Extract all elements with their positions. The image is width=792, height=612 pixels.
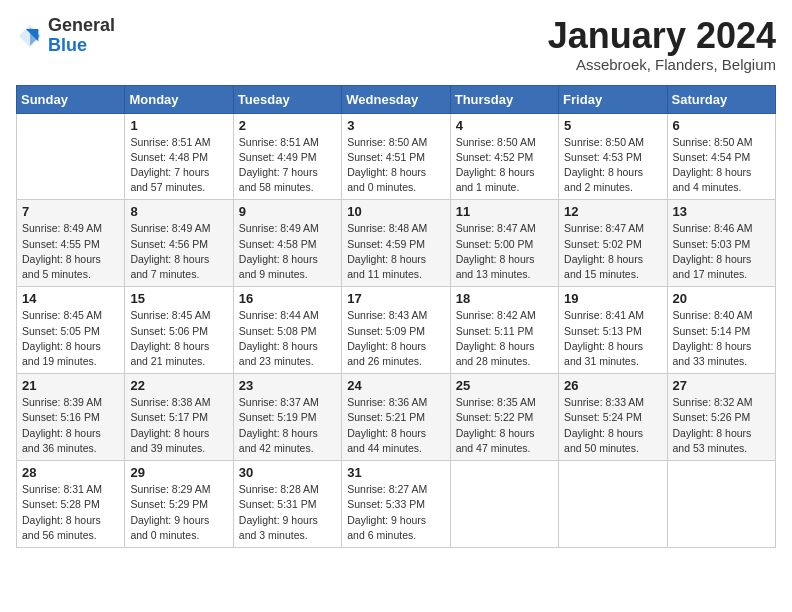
day-detail: Sunrise: 8:47 AMSunset: 5:00 PMDaylight:… xyxy=(456,221,553,282)
day-detail: Sunrise: 8:45 AMSunset: 5:05 PMDaylight:… xyxy=(22,308,119,369)
day-detail: Sunrise: 8:49 AMSunset: 4:58 PMDaylight:… xyxy=(239,221,336,282)
day-detail: Sunrise: 8:27 AMSunset: 5:33 PMDaylight:… xyxy=(347,482,444,543)
calendar-cell: 25Sunrise: 8:35 AMSunset: 5:22 PMDayligh… xyxy=(450,374,558,461)
calendar-week-2: 14Sunrise: 8:45 AMSunset: 5:05 PMDayligh… xyxy=(17,287,776,374)
day-number: 18 xyxy=(456,291,553,306)
day-number: 25 xyxy=(456,378,553,393)
calendar-title: January 2024 xyxy=(548,16,776,56)
day-number: 9 xyxy=(239,204,336,219)
calendar-cell: 5Sunrise: 8:50 AMSunset: 4:53 PMDaylight… xyxy=(559,113,667,200)
calendar-cell: 22Sunrise: 8:38 AMSunset: 5:17 PMDayligh… xyxy=(125,374,233,461)
day-number: 27 xyxy=(673,378,770,393)
day-number: 21 xyxy=(22,378,119,393)
page-header: General Blue January 2024 Assebroek, Fla… xyxy=(16,16,776,73)
calendar-cell: 26Sunrise: 8:33 AMSunset: 5:24 PMDayligh… xyxy=(559,374,667,461)
calendar-cell: 15Sunrise: 8:45 AMSunset: 5:06 PMDayligh… xyxy=(125,287,233,374)
calendar-cell: 24Sunrise: 8:36 AMSunset: 5:21 PMDayligh… xyxy=(342,374,450,461)
day-number: 15 xyxy=(130,291,227,306)
day-detail: Sunrise: 8:37 AMSunset: 5:19 PMDaylight:… xyxy=(239,395,336,456)
day-detail: Sunrise: 8:48 AMSunset: 4:59 PMDaylight:… xyxy=(347,221,444,282)
calendar-cell xyxy=(17,113,125,200)
header-friday: Friday xyxy=(559,85,667,113)
calendar-cell: 21Sunrise: 8:39 AMSunset: 5:16 PMDayligh… xyxy=(17,374,125,461)
day-number: 1 xyxy=(130,118,227,133)
calendar-cell: 13Sunrise: 8:46 AMSunset: 5:03 PMDayligh… xyxy=(667,200,775,287)
day-detail: Sunrise: 8:49 AMSunset: 4:56 PMDaylight:… xyxy=(130,221,227,282)
header-thursday: Thursday xyxy=(450,85,558,113)
day-detail: Sunrise: 8:41 AMSunset: 5:13 PMDaylight:… xyxy=(564,308,661,369)
day-number: 19 xyxy=(564,291,661,306)
calendar-cell: 7Sunrise: 8:49 AMSunset: 4:55 PMDaylight… xyxy=(17,200,125,287)
logo-icon xyxy=(16,22,44,50)
day-detail: Sunrise: 8:31 AMSunset: 5:28 PMDaylight:… xyxy=(22,482,119,543)
day-number: 24 xyxy=(347,378,444,393)
header-wednesday: Wednesday xyxy=(342,85,450,113)
calendar-cell: 17Sunrise: 8:43 AMSunset: 5:09 PMDayligh… xyxy=(342,287,450,374)
calendar-cell: 2Sunrise: 8:51 AMSunset: 4:49 PMDaylight… xyxy=(233,113,341,200)
day-number: 3 xyxy=(347,118,444,133)
calendar-table: Sunday Monday Tuesday Wednesday Thursday… xyxy=(16,85,776,548)
title-block: January 2024 Assebroek, Flanders, Belgiu… xyxy=(548,16,776,73)
day-detail: Sunrise: 8:40 AMSunset: 5:14 PMDaylight:… xyxy=(673,308,770,369)
calendar-cell: 10Sunrise: 8:48 AMSunset: 4:59 PMDayligh… xyxy=(342,200,450,287)
day-detail: Sunrise: 8:50 AMSunset: 4:51 PMDaylight:… xyxy=(347,135,444,196)
day-detail: Sunrise: 8:29 AMSunset: 5:29 PMDaylight:… xyxy=(130,482,227,543)
logo-text: General Blue xyxy=(48,16,115,56)
calendar-week-3: 21Sunrise: 8:39 AMSunset: 5:16 PMDayligh… xyxy=(17,374,776,461)
day-detail: Sunrise: 8:50 AMSunset: 4:52 PMDaylight:… xyxy=(456,135,553,196)
day-number: 28 xyxy=(22,465,119,480)
day-number: 2 xyxy=(239,118,336,133)
calendar-week-4: 28Sunrise: 8:31 AMSunset: 5:28 PMDayligh… xyxy=(17,461,776,548)
calendar-cell: 31Sunrise: 8:27 AMSunset: 5:33 PMDayligh… xyxy=(342,461,450,548)
day-number: 10 xyxy=(347,204,444,219)
day-detail: Sunrise: 8:46 AMSunset: 5:03 PMDaylight:… xyxy=(673,221,770,282)
calendar-subtitle: Assebroek, Flanders, Belgium xyxy=(548,56,776,73)
logo: General Blue xyxy=(16,16,115,56)
day-number: 17 xyxy=(347,291,444,306)
day-number: 7 xyxy=(22,204,119,219)
day-number: 4 xyxy=(456,118,553,133)
calendar-cell: 9Sunrise: 8:49 AMSunset: 4:58 PMDaylight… xyxy=(233,200,341,287)
header-saturday: Saturday xyxy=(667,85,775,113)
calendar-cell: 19Sunrise: 8:41 AMSunset: 5:13 PMDayligh… xyxy=(559,287,667,374)
header-monday: Monday xyxy=(125,85,233,113)
calendar-cell: 11Sunrise: 8:47 AMSunset: 5:00 PMDayligh… xyxy=(450,200,558,287)
day-number: 13 xyxy=(673,204,770,219)
calendar-cell xyxy=(450,461,558,548)
calendar-cell: 4Sunrise: 8:50 AMSunset: 4:52 PMDaylight… xyxy=(450,113,558,200)
calendar-cell: 18Sunrise: 8:42 AMSunset: 5:11 PMDayligh… xyxy=(450,287,558,374)
day-detail: Sunrise: 8:51 AMSunset: 4:48 PMDaylight:… xyxy=(130,135,227,196)
day-number: 31 xyxy=(347,465,444,480)
day-detail: Sunrise: 8:39 AMSunset: 5:16 PMDaylight:… xyxy=(22,395,119,456)
day-detail: Sunrise: 8:32 AMSunset: 5:26 PMDaylight:… xyxy=(673,395,770,456)
day-detail: Sunrise: 8:43 AMSunset: 5:09 PMDaylight:… xyxy=(347,308,444,369)
day-number: 5 xyxy=(564,118,661,133)
day-detail: Sunrise: 8:47 AMSunset: 5:02 PMDaylight:… xyxy=(564,221,661,282)
calendar-cell: 3Sunrise: 8:50 AMSunset: 4:51 PMDaylight… xyxy=(342,113,450,200)
calendar-cell: 28Sunrise: 8:31 AMSunset: 5:28 PMDayligh… xyxy=(17,461,125,548)
calendar-cell: 16Sunrise: 8:44 AMSunset: 5:08 PMDayligh… xyxy=(233,287,341,374)
day-number: 22 xyxy=(130,378,227,393)
day-number: 14 xyxy=(22,291,119,306)
day-number: 20 xyxy=(673,291,770,306)
calendar-cell: 29Sunrise: 8:29 AMSunset: 5:29 PMDayligh… xyxy=(125,461,233,548)
day-number: 6 xyxy=(673,118,770,133)
calendar-cell: 30Sunrise: 8:28 AMSunset: 5:31 PMDayligh… xyxy=(233,461,341,548)
calendar-cell: 20Sunrise: 8:40 AMSunset: 5:14 PMDayligh… xyxy=(667,287,775,374)
day-detail: Sunrise: 8:50 AMSunset: 4:53 PMDaylight:… xyxy=(564,135,661,196)
calendar-cell: 23Sunrise: 8:37 AMSunset: 5:19 PMDayligh… xyxy=(233,374,341,461)
header-sunday: Sunday xyxy=(17,85,125,113)
header-tuesday: Tuesday xyxy=(233,85,341,113)
day-number: 11 xyxy=(456,204,553,219)
day-detail: Sunrise: 8:51 AMSunset: 4:49 PMDaylight:… xyxy=(239,135,336,196)
calendar-cell: 6Sunrise: 8:50 AMSunset: 4:54 PMDaylight… xyxy=(667,113,775,200)
day-detail: Sunrise: 8:28 AMSunset: 5:31 PMDaylight:… xyxy=(239,482,336,543)
day-detail: Sunrise: 8:45 AMSunset: 5:06 PMDaylight:… xyxy=(130,308,227,369)
calendar-cell: 8Sunrise: 8:49 AMSunset: 4:56 PMDaylight… xyxy=(125,200,233,287)
day-number: 8 xyxy=(130,204,227,219)
day-detail: Sunrise: 8:50 AMSunset: 4:54 PMDaylight:… xyxy=(673,135,770,196)
day-number: 29 xyxy=(130,465,227,480)
calendar-week-0: 1Sunrise: 8:51 AMSunset: 4:48 PMDaylight… xyxy=(17,113,776,200)
day-detail: Sunrise: 8:44 AMSunset: 5:08 PMDaylight:… xyxy=(239,308,336,369)
calendar-cell xyxy=(559,461,667,548)
